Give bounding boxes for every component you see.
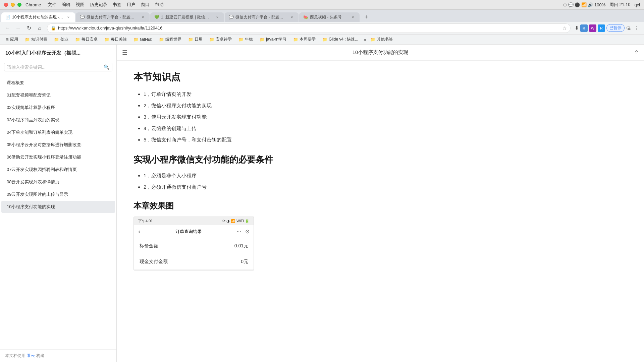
menu-user[interactable]: 用户 xyxy=(127,2,136,8)
section2-title: 实现小程序微信支付功能的必要条件 xyxy=(133,154,402,166)
folder-icon-1: 📁 xyxy=(25,37,30,42)
download-icon[interactable]: ⬇ xyxy=(575,25,579,31)
bookmark-startup[interactable]: 📁 创业 xyxy=(51,36,71,43)
sidebar-item-02[interactable]: 02实现简单计算器小程序 xyxy=(1,102,115,114)
footer-link[interactable]: 看云 xyxy=(27,353,35,359)
bookmark-coding[interactable]: 📁 编程世界 xyxy=(156,36,184,43)
tab-2-close[interactable]: × xyxy=(140,14,146,20)
menu-file[interactable]: 文件 xyxy=(48,2,56,8)
bookmark-knowledge-label: 知识付费 xyxy=(31,37,47,42)
toolbar-extensions: ⬇ K W R 已暂停 🌤 ⋮ xyxy=(575,23,641,33)
bookmark-knowledge[interactable]: 📁 知识付费 xyxy=(22,36,50,43)
wechat-ext[interactable]: W xyxy=(589,24,596,32)
minimize-button[interactable] xyxy=(11,3,15,7)
sidebar-item-03[interactable]: 03小程序商品列表页的实现 xyxy=(1,114,115,126)
search-icon[interactable]: 🔍 xyxy=(104,64,109,70)
phone-nav-title: 订单查询结果 xyxy=(175,229,202,235)
bookmark-star-icon[interactable]: ☆ xyxy=(562,25,567,31)
titlebar: Chrome 文件 编辑 视图 历史记录 书签 用户 窗口 帮助 ⊙ 💬 ⚫ 📶… xyxy=(0,0,644,10)
bookmark-others[interactable]: 📁 其他书签 xyxy=(368,36,395,43)
tab-4[interactable]: 💬 微信支付商户平台 - 配置密钥 × xyxy=(225,12,299,22)
reader-ext[interactable]: R xyxy=(598,24,605,32)
traffic-lights xyxy=(4,3,21,7)
bookmark-niangao-label: 年糕 xyxy=(245,37,253,42)
tab-3-title: 1. 新建云开发模板 | 微信开发 xyxy=(161,14,213,20)
sidebar-item-08[interactable]: 08云开发实现列表和详情页 xyxy=(1,176,115,188)
tab-2-title: 微信支付商户平台 - 配置密钥 xyxy=(87,14,138,20)
sidebar-title: 10小时入门小程序云开发（摆脱... xyxy=(0,45,116,59)
folder-icon-3: 📁 xyxy=(75,37,80,42)
menu-history[interactable]: 历史记录 xyxy=(90,2,107,8)
search-input[interactable] xyxy=(7,65,102,70)
new-tab-button[interactable]: + xyxy=(362,12,371,22)
paused-button[interactable]: 已暂停 xyxy=(606,24,625,32)
sidebar-item-01[interactable]: 01配套视频和配套笔记 xyxy=(1,89,115,101)
bookmark-glide[interactable]: 📁 Glide v4 : 快速... xyxy=(320,36,361,43)
bookmark-niangao[interactable]: 📁 年糕 xyxy=(236,36,256,43)
menu-bookmarks[interactable]: 书签 xyxy=(113,2,121,8)
sidebar-item-04[interactable]: 04下单功能和订单列表的简单实现 xyxy=(1,126,115,138)
bookmark-android-daily[interactable]: 📁 每日安卓 xyxy=(72,36,100,43)
tab-3[interactable]: 💚 1. 新建云开发模板 | 微信开发 × xyxy=(150,12,224,22)
menu-window[interactable]: 窗口 xyxy=(141,2,150,8)
sidebar: 10小时入门小程序云开发（摆脱... 🔍 课程概要 01配套视频和配套笔记 02… xyxy=(0,45,117,362)
tab-1-title: 10小程序支付功能的实现 · 10 xyxy=(12,14,64,20)
search-box[interactable]: 🔍 xyxy=(4,63,112,71)
bookmark-weekly[interactable]: 📁 本周要学 xyxy=(290,36,318,43)
phone-dots-icon[interactable]: ··· xyxy=(237,228,241,235)
sidebar-search-area: 🔍 xyxy=(0,59,116,75)
maximize-button[interactable] xyxy=(17,3,21,7)
tab-5[interactable]: 🍉 西瓜视频 - 头条号 × xyxy=(299,12,360,22)
sidebar-item-07[interactable]: 07云开发实现校园招聘列表和详情页 xyxy=(1,164,115,176)
phone-time: 下午4:01 xyxy=(138,219,153,224)
bookmark-android-label: 每日安卓 xyxy=(82,37,98,42)
close-button[interactable] xyxy=(4,3,8,7)
extensions-button[interactable]: ⋮ xyxy=(632,23,641,33)
phone-back-icon[interactable]: ‹ xyxy=(138,228,141,235)
phone-label-1: 标价金额 xyxy=(140,243,158,249)
share-icon[interactable]: ⇧ xyxy=(634,49,639,56)
tab-4-title: 微信支付商户平台 - 配置密钥 xyxy=(235,14,287,20)
back-button[interactable]: ← xyxy=(3,23,12,33)
bookmark-focus-label: 每日关注 xyxy=(111,37,127,42)
bookmark-android-pending[interactable]: 📁 安卓待学 xyxy=(207,36,234,43)
forward-button[interactable]: → xyxy=(13,23,23,33)
sidebar-item-10[interactable]: 10小程序支付功能的实现 xyxy=(1,201,115,213)
sidebar-item-05[interactable]: 05小程序云开发对数据库进行增删改查: xyxy=(1,139,115,151)
home-button[interactable]: ⌂ xyxy=(35,23,44,33)
bookmark-others-label: 其他书签 xyxy=(377,37,393,42)
browser-toolbar: ← → ↻ ⌂ 🔒 https://www.kancloud.cn/java-q… xyxy=(0,22,644,35)
menu-edit[interactable]: 编辑 xyxy=(62,2,70,8)
tab-3-close[interactable]: × xyxy=(215,14,220,20)
bookmark-pending-label: 安卓待学 xyxy=(216,37,232,42)
list-item-5: 5，微信支付商户号，和支付密钥的配置 xyxy=(144,136,402,144)
tab-5-close[interactable]: × xyxy=(350,14,356,20)
tab-4-close[interactable]: × xyxy=(289,14,294,20)
bookmark-apps[interactable]: ⊞ 应用 xyxy=(3,36,21,43)
reload-button[interactable]: ↻ xyxy=(24,23,34,33)
bookmark-daily-focus[interactable]: 📁 每日关注 xyxy=(102,36,129,43)
menu-icon[interactable]: ☰ xyxy=(122,49,127,56)
titlebar-right: ⊙ 💬 ⚫ 📶 🔊 100% 周日 21:10 qcl xyxy=(563,2,640,8)
tab-2[interactable]: 💬 微信支付商户平台 - 配置密钥 × xyxy=(76,12,150,22)
menu-help[interactable]: 帮助 xyxy=(155,2,164,8)
kancloud-ext[interactable]: K xyxy=(580,24,588,32)
bookmark-startup-label: 创业 xyxy=(60,37,68,42)
bookmark-java-rn[interactable]: 📁 java-rn学习 xyxy=(257,36,289,43)
list-item-3: 3，使用云开发实现支付功能 xyxy=(144,113,402,121)
sidebar-item-course-overview[interactable]: 课程概要 xyxy=(1,77,115,89)
menu-view[interactable]: 视图 xyxy=(76,2,85,8)
folder-icon-7: 📁 xyxy=(188,37,193,42)
sidebar-item-09[interactable]: 09云开发实现图片的上传与显示 xyxy=(1,188,115,200)
tab-1-favicon: 📄 xyxy=(5,15,10,19)
tab-1-close[interactable]: × xyxy=(66,14,71,20)
bookmark-coding-label: 编程世界 xyxy=(165,37,181,42)
bookmark-daily-use[interactable]: 📁 日用 xyxy=(185,36,205,43)
bookmarks-more[interactable]: » xyxy=(364,37,366,42)
bookmark-github[interactable]: 📁 GitHub xyxy=(131,37,155,43)
tab-1[interactable]: 📄 10小程序支付功能的实现 · 10 × xyxy=(1,12,75,22)
address-bar[interactable]: 🔒 https://www.kancloud.cn/java-qiushi/yu… xyxy=(47,23,571,33)
phone-nav-bar: ‹ 订单查询结果 ··· ⊙ xyxy=(134,225,254,238)
main-layout: 10小时入门小程序云开发（摆脱... 🔍 课程概要 01配套视频和配套笔记 02… xyxy=(0,45,644,362)
sidebar-item-06[interactable]: 06借助云开发实现小程序登录注册功能 xyxy=(1,151,115,163)
